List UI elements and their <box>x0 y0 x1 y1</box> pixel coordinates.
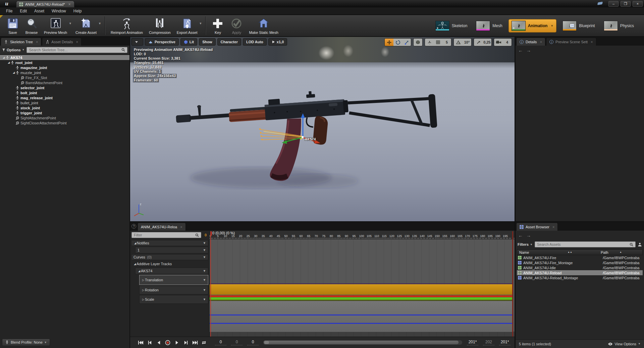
coordinate-space-button[interactable] <box>414 39 422 46</box>
grid-snap-value[interactable]: 5 <box>442 39 451 46</box>
viewport-perspective-button[interactable]: Perspective <box>145 38 179 46</box>
tree-node-trigger_joint[interactable]: trigger_joint <box>0 110 129 115</box>
options-dropdown[interactable]: Options▼ <box>2 48 24 52</box>
tab-skeleton-tree[interactable]: Skeleton Tree× <box>1 38 41 46</box>
viewport-lod-auto-button[interactable]: LOD Auto <box>243 38 267 46</box>
expander-icon[interactable]: ▷ <box>142 298 145 301</box>
asset-row-anim_aks74u-fire_montage[interactable]: ANIM_AKS74U-Fire_Montage/Game/IBWPContra… <box>517 260 643 265</box>
range-spinner[interactable]: 201* <box>467 340 478 345</box>
track-scale[interactable]: ▷Scale▼ <box>139 295 208 304</box>
chevron-down-icon[interactable]: ▼ <box>98 22 101 25</box>
asset-row-anim_aks74u-fire[interactable]: ANIM_AKS74U-Fire/Game/IBWPContraba <box>517 255 643 260</box>
chevron-down-icon[interactable]: ▼ <box>203 255 206 259</box>
expander-icon[interactable]: ◢ <box>2 56 5 59</box>
range-spinner[interactable]: 201* <box>499 340 511 345</box>
compression-button[interactable]: Compression <box>146 15 174 36</box>
record-button[interactable] <box>164 340 171 346</box>
curve-band[interactable] <box>210 283 512 284</box>
mode-animation-button[interactable]: ✦Animation▼ <box>508 19 557 33</box>
create-asset-button[interactable]: Create Asset <box>72 15 100 36</box>
chevron-down-icon[interactable]: ▼ <box>203 269 206 273</box>
reimport-animation-button[interactable]: Reimport Animation <box>108 15 146 36</box>
tree-node-root_joint[interactable]: ◢root_joint <box>0 60 129 65</box>
back-arrow-icon[interactable]: ← <box>518 233 523 238</box>
chevron-down-icon[interactable]: ▼ <box>203 241 206 245</box>
chevron-down-icon[interactable]: ▼ <box>69 22 72 25</box>
expander-icon[interactable]: ◢ <box>12 71 15 74</box>
viewport-character-button[interactable]: Character <box>217 38 241 46</box>
asset-row-anim_aks74u-reload_montage[interactable]: ANIM_AKS74U-Reload_Montage/Game/IBWPCont… <box>517 275 643 280</box>
tree-node-bullet_joint[interactable]: bullet_joint <box>0 100 129 105</box>
scale-snap-button[interactable] <box>474 39 483 46</box>
track-translation[interactable]: ▷Translation▼ <box>139 275 208 285</box>
browse-button[interactable]: Browse <box>22 15 41 36</box>
asset-row-anim_aks74u-idle[interactable]: ANIM_AKS74U-Idle/Game/IBWPContraba <box>517 265 643 270</box>
minimize-button[interactable]: – <box>608 1 619 7</box>
tree-node-sightattachmentpoint[interactable]: SightAttachmentPoint <box>0 115 129 120</box>
menu-window[interactable]: Window <box>48 8 69 14</box>
curve-band[interactable] <box>210 300 512 301</box>
asset-browser-tab[interactable]: Asset Browser× <box>516 223 558 231</box>
blend-profile-button[interactable]: Blend Profile: None▼ <box>2 339 50 346</box>
curve-band[interactable] <box>210 323 512 324</box>
curve-band[interactable] <box>210 297 512 300</box>
mode-physics-button[interactable]: Physics <box>601 19 637 32</box>
tree-node-muzzle_joint[interactable]: ◢muzzle_joint <box>0 70 129 75</box>
curve-band[interactable] <box>210 314 512 315</box>
curve-band[interactable] <box>210 295 512 297</box>
chevron-down-icon[interactable]: ▼ <box>203 278 206 282</box>
track-area[interactable]: 0 (0,00) (0 %) 0510152025303540455055606… <box>210 231 515 337</box>
viewport-x1-0-button[interactable]: x1,0 <box>268 38 287 46</box>
view-options-button[interactable]: View Options▼ <box>608 342 641 346</box>
viewport-lit-button[interactable]: Lit <box>180 38 197 46</box>
chevron-down-icon[interactable]: ▼ <box>203 298 206 301</box>
close-icon[interactable]: × <box>540 40 542 44</box>
expander-icon[interactable]: ▷ <box>142 279 145 282</box>
filters-dropdown[interactable]: Filters▼ <box>518 242 533 246</box>
transform-widget-button[interactable] <box>425 39 434 46</box>
back-arrow-icon[interactable]: ← <box>518 48 523 53</box>
tree-node-bolt_joint[interactable]: bolt_joint <box>0 90 129 95</box>
tree-node-magazine_joint[interactable]: magazine_joint <box>0 65 129 70</box>
user-filter-icon[interactable] <box>638 242 642 247</box>
asset-row-anim_aks74u-reload[interactable]: ANIM_AKS74U-Reload/Game/IBWPContraba <box>517 270 643 275</box>
column-header-path[interactable]: Path▲ <box>599 250 642 254</box>
curve-band[interactable] <box>210 284 512 295</box>
tree-node-mag_release_joint[interactable]: mag_release_joint <box>0 95 129 100</box>
tutorial-icon[interactable] <box>597 1 604 6</box>
export-asset-button[interactable]: Export Asset <box>174 15 201 36</box>
go-end-button[interactable] <box>192 340 198 346</box>
go-start-button[interactable] <box>137 340 144 346</box>
close-icon[interactable]: × <box>36 40 38 44</box>
camera-speed-button[interactable] <box>494 39 503 46</box>
tab-preview-scene-sett[interactable]: iPreview Scene Sett× <box>546 38 596 46</box>
key-button[interactable]: Key <box>208 15 227 36</box>
expander-icon[interactable]: ◢ <box>133 263 137 266</box>
skeleton-tree-search-input[interactable]: Search Skeleton Tree... <box>26 47 127 53</box>
timeline-scrollbar[interactable] <box>263 340 462 345</box>
save-button[interactable]: Save <box>3 15 22 36</box>
column-header-name[interactable]: Name▲▲ <box>517 250 599 254</box>
track-1[interactable]: 1▼ <box>135 247 208 253</box>
track-filter-input[interactable]: Filter <box>131 232 201 238</box>
tab-asset-details[interactable]: Asset Details× <box>42 38 82 46</box>
timeline-tab[interactable]: ANIM_AKS74U-Reloa× <box>138 223 186 231</box>
track-aks74[interactable]: ◢AKS74▼ <box>135 268 208 274</box>
frame-spinner[interactable]: 0 <box>247 340 259 345</box>
chevron-down-icon[interactable]: ▼ <box>199 22 202 25</box>
preview-mesh-button[interactable]: Preview Mesh <box>41 15 70 36</box>
range-spinner[interactable]: 202 <box>483 340 494 345</box>
track-additive-layer-tracks[interactable]: ◢Additive Layer Tracks <box>131 261 208 267</box>
close-icon[interactable]: × <box>76 40 78 44</box>
expander-icon[interactable]: ◢ <box>7 61 10 64</box>
tab-details[interactable]: iDetails× <box>516 38 545 46</box>
make-static-mesh-button[interactable]: Make Static Mesh <box>246 15 281 36</box>
scale-snap-value[interactable]: 0,25 <box>483 39 491 46</box>
menu-asset[interactable]: Asset <box>31 8 48 14</box>
frame-spinner[interactable]: 0 <box>215 340 226 345</box>
camera-speed-value[interactable]: 4 <box>503 39 512 46</box>
chevron-down-icon[interactable]: ▼ <box>203 288 206 292</box>
rotation-snap-button[interactable] <box>454 39 463 46</box>
chevron-down-icon[interactable]: ▼ <box>203 248 206 252</box>
frame-spinner[interactable]: 0 <box>231 340 243 345</box>
